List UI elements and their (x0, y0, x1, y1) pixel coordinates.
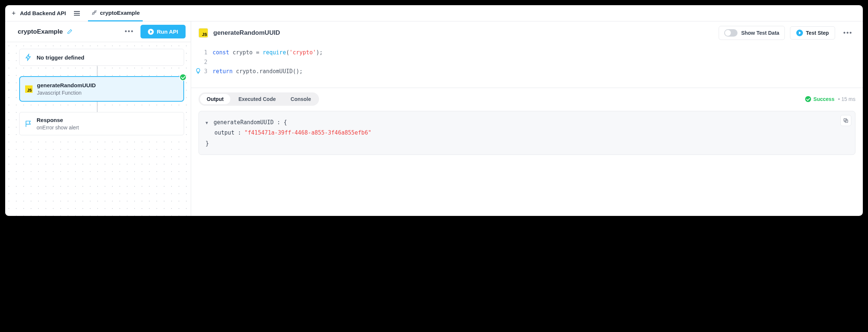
api-name: cryptoExample (18, 28, 63, 35)
js-icon: JS (199, 28, 208, 38)
show-test-data-toggle[interactable]: Show Test Data (719, 26, 785, 40)
code-editor[interactable]: 1 const crypto = require('crypto'); 2 3 (191, 44, 863, 88)
play-icon (148, 29, 154, 35)
lightbulb-icon[interactable] (195, 68, 201, 74)
content-header: JS generateRandomUUID Show Test Data Tes… (191, 21, 863, 44)
more-icon[interactable]: ••• (122, 26, 137, 37)
output-body: ▼ generateRandomUUID : { output : "f4154… (199, 111, 855, 155)
tab-label: cryptoExample (100, 10, 140, 16)
show-test-data-label: Show Test Data (741, 30, 779, 36)
topbar: + Add Backend API cryptoExample (5, 5, 863, 21)
output-value: "f415471a-39ff-4468-a855-3f46a855efb6" (244, 129, 371, 136)
run-api-label: Run API (157, 28, 178, 35)
toggle-icon (724, 29, 738, 37)
flow-canvas[interactable]: No trigger defined JS generateRandomUUID… (5, 42, 191, 216)
add-backend-api-label: Add Backend API (20, 10, 66, 16)
tab-output[interactable]: Output (200, 94, 230, 104)
tab-cryptoexample[interactable]: cryptoExample (88, 5, 143, 21)
trigger-title: No trigger defined (37, 54, 84, 61)
pencil-icon[interactable] (67, 29, 72, 35)
status-label: Success (813, 96, 834, 102)
caret-down-icon[interactable]: ▼ (206, 121, 208, 125)
app-window: + Add Backend API cryptoExample cryptoEx… (5, 5, 863, 216)
lightning-icon (25, 54, 32, 61)
output-panel: Output Executed Code Console Success • 1… (191, 88, 863, 163)
play-icon (796, 30, 803, 36)
plus-icon: + (10, 10, 17, 17)
flag-icon (25, 120, 32, 128)
step-card[interactable]: JS generateRandomUUID Javascript Functio… (19, 76, 184, 102)
run-api-button[interactable]: Run API (140, 25, 186, 38)
copy-button[interactable] (840, 115, 851, 126)
check-icon (805, 96, 811, 102)
response-subtitle: onError show alert (37, 125, 79, 131)
step-title: generateRandomUUID (37, 82, 96, 88)
test-step-label: Test Step (806, 30, 829, 36)
content-step-title: generateRandomUUID (213, 29, 280, 37)
success-check-icon (179, 74, 187, 81)
connector (97, 102, 98, 112)
content: JS generateRandomUUID Show Test Data Tes… (191, 21, 863, 216)
js-icon: JS (25, 85, 33, 93)
menu-icon[interactable] (72, 10, 81, 17)
response-title: Response (37, 117, 79, 123)
add-backend-api-button[interactable]: + Add Backend API (10, 10, 66, 17)
output-tabs: Output Executed Code Console Success • 1… (199, 92, 855, 106)
connector (97, 66, 98, 76)
sidebar-header: cryptoExample ••• Run API (5, 21, 191, 42)
main: cryptoExample ••• Run API No trigger def… (5, 21, 863, 216)
sidebar: cryptoExample ••• Run API No trigger def… (5, 21, 191, 216)
timing: 15 ms (841, 96, 855, 102)
more-icon[interactable]: ••• (840, 28, 855, 38)
trigger-card[interactable]: No trigger defined (19, 49, 184, 66)
response-card[interactable]: Response onError show alert (19, 112, 184, 135)
plug-icon (91, 9, 98, 16)
step-subtitle: Javascript Function (37, 90, 96, 96)
test-step-button[interactable]: Test Step (790, 26, 835, 40)
tab-executed-code[interactable]: Executed Code (232, 94, 282, 104)
tab-console[interactable]: Console (284, 94, 318, 104)
status-badge: Success • 15 ms (805, 96, 855, 102)
copy-icon (843, 118, 849, 123)
